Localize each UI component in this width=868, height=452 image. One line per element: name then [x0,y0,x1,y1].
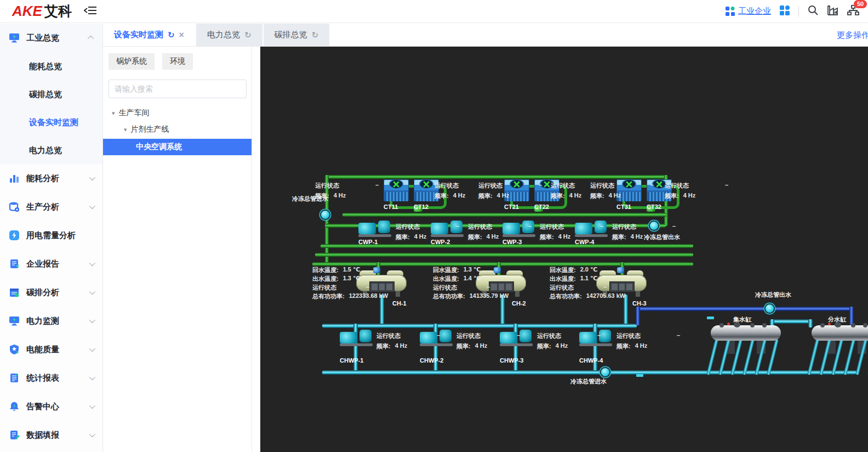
total-power-label: 总有功功率: [433,292,465,301]
tower-louvers [385,192,408,201]
sidebar-item-power-demand-analysis[interactable]: 用电需量分析 [0,221,102,250]
cooling-tower[interactable]: CT11 [384,179,410,212]
app-logo: AKE 艾科 [12,2,72,20]
tree-search-input[interactable] [108,80,247,98]
frequency-value: 4 Hz [334,192,346,202]
tab-carbon-overview[interactable]: 碳排总览 ↻ [264,24,330,46]
chevron-down-icon [89,317,95,323]
search-icon[interactable] [808,5,818,18]
frequency-value: 4 Hz [683,192,696,202]
refresh-icon[interactable]: ↻ [244,30,252,40]
pipe-label-chilled-inlet-bottom: 冷冻总管进水 [570,377,607,386]
sidebar-subitem[interactable]: 碳排总览 [0,80,102,108]
chilled-water-pump[interactable]: CHWP-1 [340,329,374,355]
frequency-label: 频率: [456,342,471,353]
fan-icon [389,179,403,189]
bell-icon [9,401,20,412]
chiller-status-block: 回水温度:1.5 ℃ 出水温度:1.3 ℃ 运行状态– 总有功功率:122333… [312,266,399,301]
collector-tank[interactable] [711,325,783,391]
tree-expand-icon[interactable]: ▾ [124,126,127,133]
supply-temp-label: 出水温度: [550,275,576,284]
more-actions-link[interactable]: 更多操作 [837,30,868,41]
main-sidebar: 工业总览 能耗总览碳排总览设备实时监测电力总览 能耗分析 生产分析 [0,24,103,452]
boiler-system-button[interactable]: 锅炉系统 [108,53,155,70]
top-header: AKE 艾科 工业企业 [0,0,868,23]
sidebar-item-statistics-report[interactable]: 统计报表 [0,364,102,392]
frequency-label: 频率: [612,233,626,244]
chevron-down-icon [89,403,95,409]
sidebar-subitem[interactable]: 电力总览 [0,136,102,164]
tower-status-block: 运行状态– 频率:4 Hz [665,182,728,202]
tab-power-overview[interactable]: 电力总览 ↻ [196,24,262,46]
sidebar-subitem[interactable]: 能耗总览 [0,52,102,80]
close-icon[interactable]: × [179,30,184,40]
bar-chart-icon [9,173,20,184]
supply-temp-value: 1.1 ℃ [580,275,598,284]
run-status-label: 运行状态 [540,223,564,233]
frequency-value: 4 Hz [414,233,427,244]
sidebar-item-carbon-analysis[interactable]: 碳排分析 [0,278,102,307]
pump-base [358,234,391,237]
chiller-status-block: 回水温度:2.0 ℃ 出水温度:1.1 ℃ 运行状态– 总有功功率:142705… [550,266,636,301]
frequency-label: 频率: [590,192,604,202]
pipe-stub [636,374,643,377]
return-temp-label: 回水温度: [550,266,576,275]
sidebar-item-power-monitoring[interactable]: 电力监测 [0,307,102,335]
sidebar-item-power-quality[interactable]: 电能质量 [0,335,102,364]
refresh-icon[interactable]: ↻ [168,30,175,40]
tree-node-tablet-line[interactable]: ▾ 片剂生产线 [103,121,252,138]
header-actions: 工业企业 [726,5,863,18]
sidebar-item-energy-analysis[interactable]: 能耗分析 [0,164,102,193]
pump-status-block: 运行状态– 频率:4 Hz [540,223,603,244]
apps-grid-icon[interactable] [780,5,790,18]
pump-motor [359,330,372,342]
tree-node-central-ac-selected[interactable]: 中央空调系统 [103,139,252,155]
report-document-icon [9,258,20,269]
pump-motor [519,330,532,342]
sidebar-item-enterprise-report[interactable]: 企业报告 [0,250,102,278]
refresh-icon[interactable]: ↻ [312,30,319,40]
factory-icon[interactable] [827,5,838,18]
tree-expand-icon[interactable]: ▾ [112,110,115,117]
sidebar-item-production-analysis[interactable]: 生产分析 [0,193,102,221]
run-status-label: 运行状态 [376,332,401,342]
tank-sprite [711,325,781,341]
run-status-value: – [650,182,654,192]
pipe-label-cwp-outlet: 冷冻总管出水 [644,233,680,241]
run-status-label: 运行状态 [456,332,481,342]
distributor-tank[interactable] [812,325,868,391]
frequency-label: 频率: [551,192,565,202]
logo-text-red: AKE [12,3,42,20]
alarm-count-badge: 50 [854,0,867,8]
run-status-label: 运行状态 [590,182,614,192]
tab-bar: 设备实时监测 ↻ × 电力总览 ↻ 碳排总览 ↻ [103,24,868,47]
condenser-pump[interactable]: CWP-1 [358,219,392,246]
sidebar-subitem[interactable]: 设备实时监测 [0,108,102,136]
cooling-tower-sprite [384,179,409,201]
frequency-label: 频率: [468,233,482,244]
hvac-scada-canvas: 运行状态– 频率:4 Hz 运行状态– 频率:4 Hz 运行状态– 频率:4 H… [260,47,868,452]
run-status-label: 运行状态 [550,284,574,292]
valve-indicator[interactable] [766,304,774,313]
org-tree-icon[interactable]: 50 [847,5,859,18]
sidebar-item-label: 碳排分析 [26,287,59,298]
sidebar-collapse-icon[interactable] [84,5,97,18]
equipment-label: CT12 [414,204,429,210]
frequency-value: 4 Hz [556,342,568,353]
sidebar-item-data-entry[interactable]: 数据填报 [0,421,102,449]
pump-status-block: 运行状态– 频率:4 Hz [396,223,459,244]
tab-label: 碳排总览 [275,30,307,40]
valve-indicator[interactable] [601,368,609,376]
frequency-value: 4 Hz [475,342,488,353]
equipment-label: CT11 [384,204,398,210]
fan-icon [419,179,433,189]
tree-node-workshop[interactable]: ▾ 生产车间 [103,105,252,121]
sidebar-item-alarm-center[interactable]: 告警中心 [0,392,102,421]
environment-button[interactable]: 环境 [162,53,193,70]
sidebar-item-industry-overview[interactable]: 工业总览 [0,24,102,52]
tab-device-realtime-monitoring[interactable]: 设备实时监测 ↻ × [103,24,195,46]
valve-indicator[interactable] [321,211,329,219]
pipe-tank-bridge [770,319,813,324]
return-temp-label: 回水温度: [433,266,459,275]
org-switch-link[interactable]: 工业企业 [726,6,771,16]
